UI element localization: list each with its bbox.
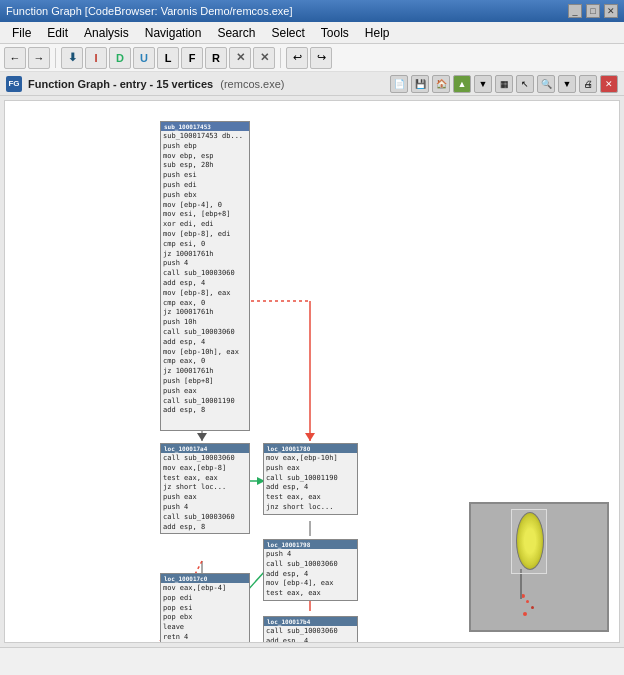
graph-actions: 📄 💾 🏠 ▲ ▼ ▦ ↖ 🔍 ▼ 🖨 ✕ bbox=[390, 75, 618, 93]
svg-marker-11 bbox=[197, 433, 207, 441]
graph-title: Function Graph - entry - 15 vertices (re… bbox=[28, 78, 384, 90]
menu-file[interactable]: File bbox=[4, 24, 39, 42]
toolbar-separator bbox=[55, 48, 56, 68]
menu-bar: File Edit Analysis Navigation Search Sel… bbox=[0, 22, 624, 44]
node-3-body: mov eax,[ebp-4] pop edi pop esi pop ebx … bbox=[161, 583, 249, 643]
node-7-header: loc_100017b4 bbox=[264, 617, 357, 626]
minimap bbox=[469, 502, 609, 632]
graph-action-pointer[interactable]: ↖ bbox=[516, 75, 534, 93]
f-button[interactable]: F bbox=[181, 47, 203, 69]
graph-action-zoom-dropdown[interactable]: ▼ bbox=[558, 75, 576, 93]
node-2-header: loc_100017a4 bbox=[161, 444, 249, 453]
minimize-button[interactable]: _ bbox=[568, 4, 582, 18]
toolbar-separator2 bbox=[280, 48, 281, 68]
menu-navigation[interactable]: Navigation bbox=[137, 24, 210, 42]
node-5-header: loc_10001798 bbox=[264, 540, 357, 549]
menu-search[interactable]: Search bbox=[209, 24, 263, 42]
graph-action-up[interactable]: ▲ bbox=[453, 75, 471, 93]
menu-analysis[interactable]: Analysis bbox=[76, 24, 137, 42]
menu-select[interactable]: Select bbox=[263, 24, 312, 42]
graph-action-close[interactable]: ✕ bbox=[600, 75, 618, 93]
node-entry-body: sub_100017453 db... push ebp mov ebp, es… bbox=[161, 131, 249, 417]
node-3-return[interactable]: loc_100017c0 mov eax,[ebp-4] pop edi pop… bbox=[160, 573, 250, 643]
node-5-body: push 4 call sub_10003060 add esp, 4 mov … bbox=[264, 549, 357, 600]
l-button[interactable]: L bbox=[157, 47, 179, 69]
x2-button[interactable]: ✕ bbox=[253, 47, 275, 69]
menu-edit[interactable]: Edit bbox=[39, 24, 76, 42]
node-4-body: mov eax,[ebp-10h] push eax call sub_1000… bbox=[264, 453, 357, 514]
u-button[interactable]: U bbox=[133, 47, 155, 69]
toolbar: ← → ⬇ I D U L F R ✕ ✕ ↩ ↪ bbox=[0, 44, 624, 72]
graph-action-zoom[interactable]: 🔍 bbox=[537, 75, 555, 93]
node-7[interactable]: loc_100017b4 call sub_10003060 add esp, … bbox=[263, 616, 358, 643]
d-button[interactable]: D bbox=[109, 47, 131, 69]
r-button[interactable]: R bbox=[205, 47, 227, 69]
node-2-body: call sub_10003060 mov eax,[ebp-8] test e… bbox=[161, 453, 249, 533]
node-4-header: loc_10001780 bbox=[264, 444, 357, 453]
title-bar: Function Graph [CodeBrowser: Varonis Dem… bbox=[0, 0, 624, 22]
forward-button[interactable]: → bbox=[28, 47, 50, 69]
x1-button[interactable]: ✕ bbox=[229, 47, 251, 69]
svg-marker-13 bbox=[305, 433, 315, 441]
graph-action-copy[interactable]: 📄 bbox=[390, 75, 408, 93]
node-entry-header: sub_100017453 bbox=[161, 122, 249, 131]
title-bar-buttons: _ □ ✕ bbox=[568, 4, 618, 18]
back-button[interactable]: ← bbox=[4, 47, 26, 69]
node-entry[interactable]: sub_100017453 sub_100017453 db... push e… bbox=[160, 121, 250, 431]
title-bar-text: Function Graph [CodeBrowser: Varonis Dem… bbox=[6, 5, 293, 17]
close-button[interactable]: ✕ bbox=[604, 4, 618, 18]
graph-canvas[interactable]: sub_100017453 sub_100017453 db... push e… bbox=[4, 100, 620, 643]
undo-button[interactable]: ↩ bbox=[286, 47, 308, 69]
node-5[interactable]: loc_10001798 push 4 call sub_10003060 ad… bbox=[263, 539, 358, 601]
status-bar bbox=[0, 647, 624, 675]
graph-action-grid[interactable]: ▦ bbox=[495, 75, 513, 93]
main-area: sub_100017453 sub_100017453 db... push e… bbox=[0, 96, 624, 647]
graph-action-save[interactable]: 💾 bbox=[411, 75, 429, 93]
graph-action-print[interactable]: 🖨 bbox=[579, 75, 597, 93]
maximize-button[interactable]: □ bbox=[586, 4, 600, 18]
menu-help[interactable]: Help bbox=[357, 24, 398, 42]
i-button[interactable]: I bbox=[85, 47, 107, 69]
node-7-body: call sub_10003060 add esp, 4 mov [ebp-4]… bbox=[264, 626, 357, 643]
redo-button[interactable]: ↪ bbox=[310, 47, 332, 69]
graph-action-arrow-dropdown[interactable]: ▼ bbox=[474, 75, 492, 93]
node-4[interactable]: loc_10001780 mov eax,[ebp-10h] push eax … bbox=[263, 443, 358, 515]
graph-action-home[interactable]: 🏠 bbox=[432, 75, 450, 93]
node-2[interactable]: loc_100017a4 call sub_10003060 mov eax,[… bbox=[160, 443, 250, 534]
graph-icon: FG bbox=[6, 76, 22, 92]
node-3-header: loc_100017c0 bbox=[161, 574, 249, 583]
down-arrow-button[interactable]: ⬇ bbox=[61, 47, 83, 69]
menu-tools[interactable]: Tools bbox=[313, 24, 357, 42]
graph-header: FG Function Graph - entry - 15 vertices … bbox=[0, 72, 624, 96]
